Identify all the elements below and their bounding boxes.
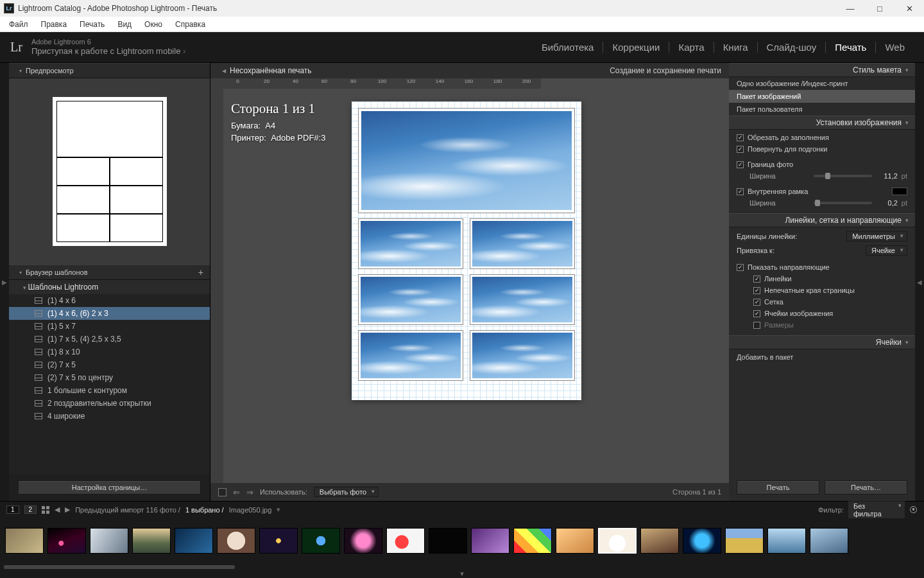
module-Коррекции[interactable]: Коррекции: [603, 42, 669, 53]
template-item[interactable]: (1) 5 x 7: [9, 320, 210, 333]
layout-style-option[interactable]: Пакет изображений: [729, 90, 915, 103]
filmstrip-thumb[interactable]: [47, 528, 86, 554]
filmstrip-thumb[interactable]: [556, 528, 594, 554]
template-item[interactable]: (1) 4 x 6: [9, 294, 210, 307]
photo-border-checkbox[interactable]: [737, 161, 744, 168]
image-settings-header[interactable]: Установки изображения▾: [729, 116, 915, 130]
photo-border-width-slider[interactable]: [814, 175, 871, 177]
canvas-body[interactable]: Сторона 1 из 1 Бумага: A4 Принтер: Adobe…: [223, 89, 729, 483]
photo-cell[interactable]: [470, 274, 575, 325]
menu-file[interactable]: Файл: [3, 18, 35, 31]
filter-lock-icon[interactable]: ⦿: [909, 505, 918, 514]
filmstrip-thumb[interactable]: [767, 528, 806, 554]
monitor-2[interactable]: 2: [24, 505, 37, 514]
show-guides-checkbox[interactable]: [737, 264, 744, 271]
grid-icon[interactable]: [42, 506, 49, 514]
photo-cell[interactable]: [358, 218, 463, 269]
right-expand-handle[interactable]: ◀: [915, 63, 924, 501]
module-Слайд-шоу[interactable]: Слайд-шоу: [758, 42, 826, 53]
guide-cells-checkbox[interactable]: [753, 310, 760, 317]
left-expand-handle[interactable]: ▶: [0, 63, 9, 501]
print-dialog-button[interactable]: Печать…: [825, 480, 907, 495]
print-button[interactable]: Печать: [737, 480, 819, 495]
photo-cell[interactable]: [470, 218, 575, 269]
filmstrip-thumb[interactable]: [90, 528, 128, 554]
layout-style-header[interactable]: Стиль макета▾: [729, 63, 915, 77]
template-browser-header[interactable]: ▾Браузер шаблонов +: [9, 265, 210, 280]
ruler-units-select[interactable]: Миллиметры: [846, 231, 907, 241]
filmstrip-thumb[interactable]: [513, 528, 552, 554]
filmstrip-collapse[interactable]: ▼: [0, 570, 924, 578]
photo-cell-large[interactable]: [358, 108, 575, 213]
inner-stroke-color[interactable]: [892, 188, 907, 195]
cells-header[interactable]: Ячейки▾: [729, 335, 915, 349]
print-page[interactable]: [352, 101, 581, 400]
template-item[interactable]: (2) 7 x 5 по центру: [9, 371, 210, 384]
module-Карта[interactable]: Карта: [669, 42, 714, 53]
nav-back-icon[interactable]: ◀: [55, 505, 60, 514]
inner-stroke-checkbox[interactable]: [737, 188, 744, 195]
template-item[interactable]: 4 широкие: [9, 410, 210, 423]
filmstrip-thumb[interactable]: [386, 528, 425, 554]
filmstrip-thumb[interactable]: [302, 528, 340, 554]
add-template-button[interactable]: +: [198, 267, 203, 277]
use-photos-select[interactable]: Выбрать фото: [314, 487, 379, 497]
filmstrip-thumb[interactable]: [471, 528, 509, 554]
layout-style-option[interactable]: Одно изображение /Индекс-принт: [729, 77, 915, 90]
layout-style-option[interactable]: Пакет пользователя: [729, 103, 915, 116]
module-Web[interactable]: Web: [876, 42, 914, 53]
filmstrip-thumb[interactable]: [810, 528, 848, 554]
create-save-print-button[interactable]: Создание и сохранение печати: [610, 66, 721, 75]
menu-view[interactable]: Вид: [111, 18, 138, 31]
menu-print[interactable]: Печать: [73, 18, 111, 31]
filmstrip-thumb[interactable]: [217, 528, 255, 554]
photo-cell[interactable]: [358, 330, 463, 381]
crop-to-fill-checkbox[interactable]: [737, 134, 744, 141]
template-item[interactable]: (1) 4 x 6, (6) 2 x 3: [9, 307, 210, 320]
template-item[interactable]: (1) 8 x 10: [9, 346, 210, 358]
next-page-button[interactable]: ⇒: [246, 487, 253, 497]
filmstrip-thumb[interactable]: [259, 528, 298, 554]
guide-rulers-checkbox[interactable]: [753, 276, 760, 283]
menu-window[interactable]: Окно: [138, 18, 169, 31]
photo-cell[interactable]: [470, 330, 575, 381]
monitor-1[interactable]: 1: [6, 505, 19, 514]
filter-select[interactable]: Без фильтра: [848, 501, 905, 519]
guide-grid-checkbox[interactable]: [753, 299, 760, 306]
filmstrip-thumb[interactable]: [598, 528, 637, 554]
filmstrip[interactable]: [0, 518, 924, 564]
template-item[interactable]: 2 поздравительные открытки: [9, 397, 210, 410]
menu-help[interactable]: Справка: [169, 18, 212, 31]
close-button[interactable]: ✕: [894, 0, 924, 17]
guides-header[interactable]: Линейки, сетка и направляющие▾: [729, 213, 915, 227]
filmstrip-thumb[interactable]: [175, 528, 213, 554]
prev-page-button[interactable]: ⇐: [233, 487, 240, 497]
template-item[interactable]: (2) 7 x 5: [9, 358, 210, 371]
page-setup-button[interactable]: Настройка страницы…: [18, 480, 201, 495]
maximize-button[interactable]: □: [865, 0, 894, 17]
module-Печать[interactable]: Печать: [826, 42, 876, 53]
source-path[interactable]: Предыдущий импорт 116 фото /: [75, 506, 180, 514]
filmstrip-thumb[interactable]: [5, 528, 44, 554]
photo-cell[interactable]: [358, 274, 463, 325]
filmstrip-thumb[interactable]: [344, 528, 382, 554]
guide-bleed-checkbox[interactable]: [753, 287, 760, 294]
template-item[interactable]: 1 большие с контуром: [9, 384, 210, 397]
template-item[interactable]: (1) 7 x 5, (4) 2,5 x 3,5: [9, 333, 210, 346]
filmstrip-thumb[interactable]: [640, 528, 679, 554]
filmstrip-thumb[interactable]: [429, 528, 467, 554]
filmstrip-thumb[interactable]: [725, 528, 764, 554]
preview-header[interactable]: ▾Предпросмотр: [9, 63, 210, 78]
soft-proof-checkbox[interactable]: [218, 488, 227, 496]
minimize-button[interactable]: —: [835, 0, 865, 17]
module-Библиотека[interactable]: Библиотека: [533, 42, 604, 53]
nav-fwd-icon[interactable]: ▶: [65, 505, 70, 514]
filmstrip-scrollbar[interactable]: [0, 564, 924, 570]
guide-dims-checkbox[interactable]: [753, 322, 760, 329]
rotate-to-fit-checkbox[interactable]: [737, 146, 744, 153]
brand-sub[interactable]: Приступая к работе с Lightroom mobile: [31, 46, 185, 57]
filmstrip-thumb[interactable]: [132, 528, 171, 554]
module-Книга[interactable]: Книга: [714, 42, 758, 53]
template-category[interactable]: Шаблоны Lightroom: [9, 280, 210, 294]
snap-to-select[interactable]: Ячейке: [866, 245, 907, 256]
